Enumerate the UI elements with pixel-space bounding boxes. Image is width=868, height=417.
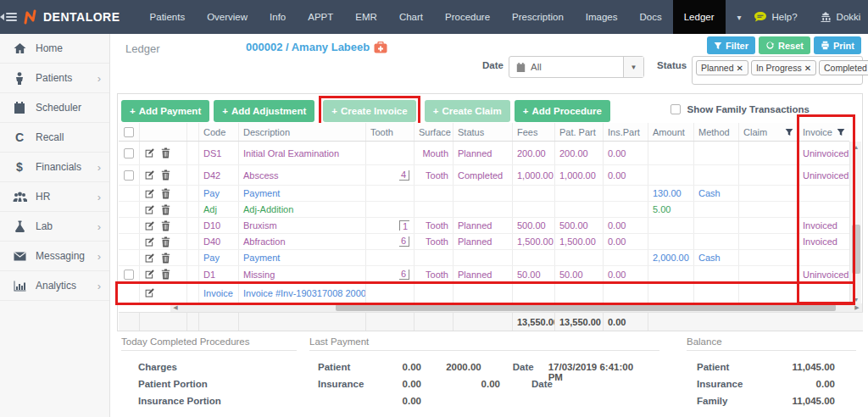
- nav-item-info[interactable]: Info: [259, 0, 297, 34]
- vertical-scroll-thumb[interactable]: [852, 225, 860, 274]
- date-dropdown-caret[interactable]: ▼: [623, 57, 643, 77]
- edit-icon[interactable]: [144, 236, 155, 247]
- nav-item-images[interactable]: Images: [575, 0, 629, 34]
- nav-item-emr[interactable]: EMR: [344, 0, 388, 34]
- nav-item-ledger[interactable]: Ledger: [673, 0, 726, 34]
- filter-button[interactable]: Filter: [707, 36, 755, 54]
- invoice-header[interactable]: Invoice: [798, 123, 849, 141]
- clinic-selector[interactable]: Dokki: [820, 12, 861, 22]
- table-row[interactable]: Adj Adj-Addition 5.00: [119, 202, 849, 218]
- amount-header[interactable]: Amount: [648, 123, 694, 141]
- status-header[interactable]: Status: [453, 123, 513, 141]
- help-link[interactable]: Help?: [754, 11, 798, 23]
- tooth-header[interactable]: Tooth: [366, 123, 415, 141]
- code-header[interactable]: Code: [199, 123, 239, 141]
- horizontal-scrollbar[interactable]: ◀ ▶: [170, 303, 862, 312]
- table-body: DS1 Initial Oral Examination Mouth Plann…: [119, 142, 849, 303]
- trash-icon[interactable]: [161, 204, 170, 215]
- edit-icon[interactable]: [144, 253, 155, 264]
- bar-chart-icon: [12, 281, 27, 292]
- total-fees: 13,550.00: [513, 313, 555, 331]
- edit-icon[interactable]: [144, 220, 155, 231]
- nav-item-prescription[interactable]: Prescription: [501, 0, 575, 34]
- date-filter-dropdown[interactable]: All ▼: [509, 56, 644, 78]
- pat-part-header[interactable]: Pat. Part: [555, 123, 604, 141]
- hamburger-icon: [6, 13, 17, 21]
- horizontal-scroll-thumb[interactable]: [336, 304, 836, 311]
- summary-section: Today Completed Procedures Charges0.00 P…: [110, 331, 868, 417]
- sidebar-item-financials[interactable]: $ Financials ›: [0, 153, 109, 182]
- sidebar-item-home[interactable]: Home: [0, 34, 109, 64]
- create-claim-button[interactable]: +Create Claim: [425, 100, 510, 122]
- trash-icon[interactable]: [161, 147, 170, 158]
- print-button[interactable]: Print: [814, 36, 861, 54]
- row-checkbox[interactable]: [124, 148, 134, 158]
- sidebar-item-scheduler[interactable]: Scheduler: [0, 93, 109, 123]
- sidebar-item-patients[interactable]: Patients ›: [0, 64, 109, 93]
- edit-icon[interactable]: [144, 204, 155, 215]
- table-row[interactable]: Pay Payment 2,000.00 Cash: [119, 250, 849, 266]
- row-checkbox[interactable]: [124, 270, 134, 280]
- trash-icon[interactable]: [161, 269, 170, 280]
- patient-link[interactable]: 000002 / Amany Labeeb: [246, 41, 387, 53]
- claim-filter-funnel-icon[interactable]: [785, 128, 793, 136]
- amount-cell: [648, 283, 694, 303]
- method-header[interactable]: Method: [694, 123, 739, 141]
- remove-tag-icon[interactable]: ✕: [737, 64, 743, 73]
- trash-icon[interactable]: [161, 170, 170, 181]
- vertical-scrollbar[interactable]: ▲ ▼: [849, 142, 861, 304]
- edit-icon[interactable]: [144, 287, 155, 298]
- nav-item-overview[interactable]: Overview: [196, 0, 259, 34]
- description-header[interactable]: Description: [239, 123, 366, 141]
- invoice-filter-funnel-icon[interactable]: [837, 128, 845, 136]
- trash-icon[interactable]: [161, 253, 170, 264]
- row-checkbox[interactable]: [124, 170, 134, 181]
- nav-more-dropdown[interactable]: ▾: [726, 13, 754, 22]
- sidebar-item-recall[interactable]: C Recall: [0, 123, 109, 153]
- nav-item-appt[interactable]: APPT: [297, 0, 344, 34]
- fees-header[interactable]: Fees: [513, 123, 555, 141]
- table-row[interactable]: Pay Payment 130.00 Cash: [119, 186, 849, 202]
- table-row[interactable]: D42 Abscess 4 Tooth Completed 1,000.00 1…: [119, 165, 849, 186]
- status-tag-planned: Planned✕: [696, 60, 748, 75]
- surface-header[interactable]: Surface: [415, 123, 453, 141]
- create-invoice-button[interactable]: +Create Invoice: [323, 100, 415, 122]
- table-row[interactable]: D40 Abfraction 6 Tooth Planned 1,500.00 …: [119, 234, 849, 250]
- balance-family-label: Family: [697, 396, 792, 406]
- nav-item-docs[interactable]: Docs: [629, 0, 673, 34]
- sidebar-collapse-button[interactable]: [0, 13, 17, 21]
- scroll-up-arrow[interactable]: ▲: [850, 142, 862, 152]
- edit-icon[interactable]: [144, 269, 155, 280]
- nav-item-chart[interactable]: Chart: [388, 0, 434, 34]
- add-procedure-button[interactable]: +Add Procedure: [515, 100, 610, 122]
- trash-icon[interactable]: [161, 220, 170, 231]
- show-family-checkbox[interactable]: [670, 104, 681, 114]
- trash-icon[interactable]: [161, 236, 170, 247]
- status-filter-box[interactable]: Planned✕ In Progress✕ Completed✕: [692, 56, 863, 85]
- edit-icon[interactable]: [144, 188, 155, 199]
- table-row[interactable]: D1 Missing 6 Tooth Planned 50.00 50.00 0…: [119, 266, 849, 283]
- table-row[interactable]: D10 Bruxism 1 Tooth Planned 500.00 500.0…: [119, 218, 849, 234]
- add-adjustment-button[interactable]: +Add Adjustment: [214, 100, 314, 122]
- sidebar-item-hr[interactable]: HR ›: [0, 182, 109, 212]
- scroll-right-arrow[interactable]: ▶: [852, 303, 862, 312]
- edit-icon[interactable]: [144, 170, 155, 181]
- remove-tag-icon[interactable]: ✕: [804, 64, 811, 73]
- select-all-checkbox[interactable]: [124, 127, 134, 137]
- sidebar-item-lab[interactable]: Lab ›: [0, 212, 109, 242]
- ins-part-header[interactable]: Ins.Part: [604, 123, 648, 141]
- add-payment-button[interactable]: +Add Payment: [121, 100, 209, 122]
- table-row[interactable]: DS1 Initial Oral Examination Mouth Plann…: [119, 142, 849, 165]
- nav-item-procedure[interactable]: Procedure: [434, 0, 501, 34]
- sidebar-item-analytics[interactable]: Analytics ›: [0, 271, 109, 301]
- nav-item-patients[interactable]: Patients: [139, 0, 197, 34]
- table-row[interactable]: Invoice Invoice #Inv-190317008 2000.00: [119, 283, 849, 303]
- header-actions: Filter Reset Print: [707, 36, 861, 54]
- scroll-left-arrow[interactable]: ◀: [170, 303, 181, 312]
- brand-logo[interactable]: DENTALORE: [24, 9, 120, 25]
- edit-icon[interactable]: [144, 147, 155, 158]
- sidebar-item-messaging[interactable]: Messaging ›: [0, 242, 109, 271]
- reset-button[interactable]: Reset: [759, 36, 810, 54]
- trash-icon[interactable]: [161, 188, 170, 199]
- claim-header[interactable]: Claim: [739, 123, 798, 141]
